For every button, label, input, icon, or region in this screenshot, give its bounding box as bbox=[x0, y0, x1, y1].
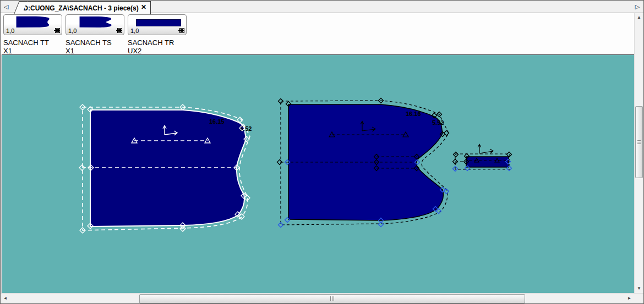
pattern-canvas[interactable]: 16.15 5.52 16.16 5.52 bbox=[2, 54, 634, 293]
horizontal-scrollbar[interactable]: ◄ ► bbox=[1, 293, 643, 303]
measure-label-ts-side: 5.52 bbox=[432, 119, 444, 126]
document-tab[interactable]: D:CUONG_ZA\SACNACH - 3 piece(s) ✕ bbox=[21, 1, 151, 14]
scale-value: 1,0 bbox=[68, 27, 77, 34]
scroll-down-icon[interactable]: ▼ bbox=[635, 284, 643, 293]
piece-quantity: X1 bbox=[3, 47, 62, 55]
plot-icon bbox=[116, 27, 122, 34]
piece-silhouette-tt bbox=[15, 16, 51, 28]
tab-scroll-left-icon[interactable]: ◁ bbox=[2, 2, 10, 11]
control-handle[interactable] bbox=[180, 226, 185, 231]
piece-thumb-button-tt[interactable]: 1,0 bbox=[3, 14, 62, 35]
piece-thumb-button-ts[interactable]: 1,0 bbox=[66, 14, 124, 35]
scale-value: 1,0 bbox=[130, 27, 139, 34]
vertical-scrollbar[interactable]: ▲ ▼ bbox=[634, 13, 643, 293]
piece-name: SACNACH TR bbox=[128, 38, 187, 47]
close-icon[interactable]: ✕ bbox=[141, 3, 146, 11]
piece-name: SACNACH TS bbox=[66, 38, 124, 47]
plot-icon bbox=[178, 27, 184, 34]
scrollbar-corner bbox=[634, 294, 643, 303]
pieces-panel: 1,0 SACNACH TT X1 1 bbox=[1, 13, 634, 54]
piece-sacnach-tt[interactable] bbox=[90, 110, 246, 226]
control-handle[interactable] bbox=[244, 195, 250, 201]
piece-thumb-sacnach-ts: 1,0 SACNACH TS X1 bbox=[66, 14, 124, 54]
measure-label-tt-side: 5.52 bbox=[240, 125, 252, 132]
piece-thumb-button-tr[interactable]: 1,0 bbox=[128, 14, 187, 35]
piece-thumb-sacnach-tt: 1,0 SACNACH TT X1 bbox=[3, 14, 62, 54]
piece-tr-axis-icon bbox=[478, 145, 493, 154]
vertical-scrollbar-thumb[interactable] bbox=[635, 106, 643, 178]
control-handle[interactable] bbox=[507, 152, 512, 157]
tab-bar: ◁ D:CUONG_ZA\SACNACH - 3 piece(s) ✕ ▷ bbox=[1, 1, 643, 13]
app-window: ◁ D:CUONG_ZA\SACNACH - 3 piece(s) ✕ ▷ 1,… bbox=[0, 0, 644, 304]
scroll-up-icon[interactable]: ▲ bbox=[635, 13, 643, 22]
piece-silhouette-tr bbox=[136, 19, 181, 26]
piece-sacnach-tr[interactable] bbox=[466, 157, 509, 167]
piece-silhouette-ts bbox=[77, 16, 113, 28]
control-handle[interactable] bbox=[454, 152, 459, 157]
horizontal-scrollbar-thumb[interactable] bbox=[139, 294, 525, 303]
piece-name: SACNACH TT bbox=[3, 38, 62, 47]
measure-label-ts-shoulder: 16.16 bbox=[406, 110, 421, 117]
tab-scroll-right-icon[interactable]: ▷ bbox=[634, 2, 641, 11]
scale-value: 1,0 bbox=[6, 27, 14, 34]
scroll-right-icon[interactable]: ► bbox=[625, 294, 634, 303]
plot-icon bbox=[53, 27, 60, 34]
piece-quantity: UX2 bbox=[128, 47, 187, 55]
tab-title: D:CUONG_ZA\SACNACH - 3 piece(s) bbox=[23, 4, 148, 12]
measure-label-tt-shoulder: 16.15 bbox=[209, 118, 225, 125]
piece-thumb-sacnach-tr: 1,0 SACNACH TR UX2 bbox=[128, 14, 187, 54]
piece-quantity: X1 bbox=[66, 47, 124, 55]
scroll-left-icon[interactable]: ◄ bbox=[1, 294, 10, 303]
horizontal-scrollbar-track[interactable] bbox=[10, 294, 625, 303]
